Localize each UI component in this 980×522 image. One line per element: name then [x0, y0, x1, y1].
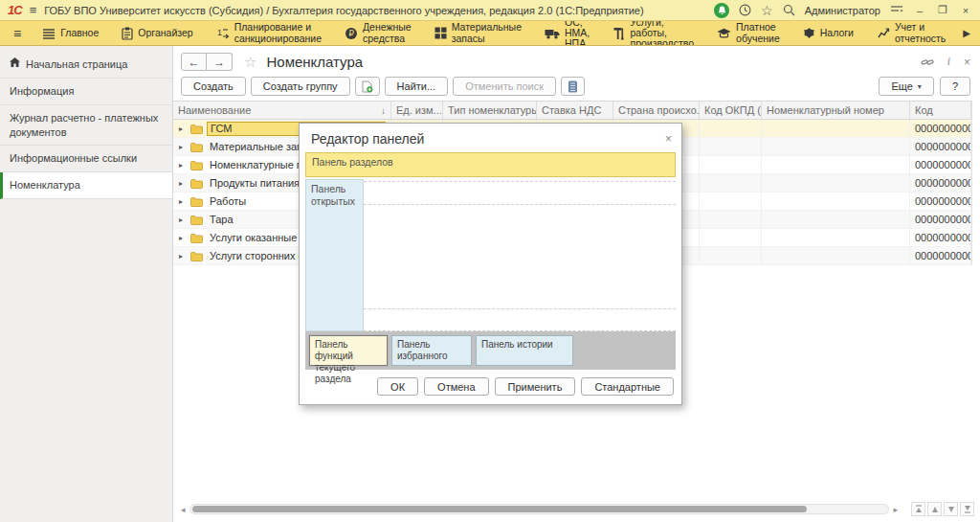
- functions-panel-chip[interactable]: Панель функций текущего раздела: [309, 335, 388, 366]
- history-clock-icon[interactable]: [739, 4, 751, 16]
- service-menu-icon[interactable]: [890, 5, 903, 15]
- section-uchet-otchetnost[interactable]: Учет и отчетность: [867, 21, 955, 44]
- functions-panel: Начальная страница Информация Журнал рас…: [0, 46, 173, 522]
- find-button[interactable]: Найти...: [385, 77, 449, 96]
- ribbon-scroll-right-icon[interactable]: ▶: [959, 28, 974, 38]
- horizontal-scrollbar-thumb[interactable]: [192, 506, 807, 512]
- sidebar-item-nomenklatura[interactable]: Номенклатура: [0, 172, 172, 199]
- chevron-down-icon: ▾: [918, 82, 922, 91]
- column-header-tip[interactable]: Тип номенклатуры: [443, 102, 537, 119]
- main-lines-icon: [42, 28, 56, 39]
- section-platnoe-obuchenie[interactable]: Платное обучение: [707, 21, 790, 44]
- home-icon: [10, 57, 20, 67]
- help-button[interactable]: ?: [940, 77, 970, 96]
- form-info-icon[interactable]: i: [947, 55, 950, 69]
- planning-icon: 1: [216, 27, 230, 40]
- section-os-nma-npa[interactable]: ОС, НМА, НПА: [535, 21, 599, 46]
- more-button[interactable]: Еще ▾: [879, 77, 933, 96]
- section-uslugi-raboty[interactable]: Услуги, работы, производство: [603, 21, 703, 46]
- column-header-kod[interactable]: Код: [910, 102, 971, 119]
- scroll-right-icon[interactable]: ▸: [893, 505, 898, 514]
- scroll-left-icon[interactable]: ◂: [181, 505, 186, 514]
- sidebar-item-zhurnal[interactable]: Журнал расчетно - платежных документов: [0, 105, 172, 147]
- add-favorite-star-icon[interactable]: ☆: [244, 54, 256, 71]
- go-last-row-button[interactable]: [960, 502, 974, 516]
- organizer-clipboard-icon: [122, 27, 133, 40]
- ok-button[interactable]: ОК: [377, 377, 418, 396]
- maximize-button[interactable]: ❐: [936, 4, 949, 16]
- forward-button[interactable]: →: [207, 53, 233, 71]
- expand-arrow-icon[interactable]: ▸: [179, 125, 187, 133]
- column-header-nom-nomer[interactable]: Номенклатурный номер: [762, 102, 910, 119]
- create-group-icon-button[interactable]: [355, 77, 380, 96]
- dialog-title: Редактор панелей: [311, 131, 424, 147]
- sections-panel-slot[interactable]: Панель разделов: [305, 152, 676, 177]
- svg-text:₽: ₽: [348, 29, 354, 38]
- expand-arrow-icon[interactable]: ▸: [179, 252, 187, 261]
- folder-icon: [190, 124, 203, 134]
- folder-icon: [190, 233, 203, 243]
- current-user[interactable]: Администратор: [805, 5, 880, 16]
- sidebar-item-home[interactable]: Начальная страница: [0, 52, 172, 79]
- go-prev-row-button[interactable]: [927, 502, 942, 516]
- app-window: 1С ≡ ГОБУ ВПО Университет искусств (Субс…: [0, 0, 980, 522]
- open-windows-panel-slot[interactable]: Панель открытых: [305, 179, 364, 331]
- section-organizer[interactable]: Органайзер: [112, 26, 202, 41]
- search-icon[interactable]: [783, 4, 795, 16]
- sidebar-item-informacia[interactable]: Информация: [0, 79, 172, 105]
- create-button[interactable]: Создать: [181, 77, 246, 96]
- section-nalogi[interactable]: Налоги: [793, 26, 863, 40]
- column-header-okpd[interactable]: Код ОКПД (...: [700, 102, 762, 119]
- emblem-icon: [803, 27, 815, 39]
- minimize-button[interactable]: –: [913, 5, 926, 16]
- tools-icon: [612, 27, 625, 40]
- unused-panels-bar: Панель функций текущего раздела Панель и…: [305, 331, 676, 370]
- hamburger-menu-icon[interactable]: ≡: [6, 26, 29, 41]
- 1c-logo: 1С: [8, 3, 22, 17]
- panel-drop-area[interactable]: [364, 179, 676, 331]
- favorites-star-icon[interactable]: ☆: [761, 3, 773, 18]
- sections-panel: ≡ Главное Органайзер 1 Планирование и са…: [0, 21, 980, 46]
- folder-icon: [190, 142, 203, 152]
- horizontal-scrollbar[interactable]: [189, 504, 890, 514]
- column-header-ed-izm[interactable]: Ед. изм...: [391, 102, 443, 119]
- expand-arrow-icon[interactable]: ▸: [179, 161, 187, 170]
- folder-icon: [190, 215, 203, 225]
- standard-button[interactable]: Стандартные: [581, 377, 674, 396]
- cancel-search-button[interactable]: Отменить поиск: [453, 77, 556, 96]
- expand-arrow-icon[interactable]: ▸: [179, 234, 187, 242]
- window-titlebar: 1С ≡ ГОБУ ВПО Университет искусств (Субс…: [0, 0, 980, 21]
- print-list-icon-button[interactable]: [561, 77, 585, 96]
- back-button[interactable]: ←: [181, 53, 207, 71]
- expand-arrow-icon[interactable]: ▸: [179, 216, 187, 224]
- column-header-naimenovanie[interactable]: Наименование ↓: [173, 102, 391, 119]
- section-planirovanie[interactable]: 1 Планирование и санкционирование: [207, 21, 331, 44]
- section-denezhnye-sredstva[interactable]: ₽ Денежные средства: [335, 21, 421, 44]
- panel-editor-dialog: Редактор панелей × Панель разделов Панел…: [299, 123, 682, 405]
- expand-arrow-icon[interactable]: ▸: [179, 179, 187, 188]
- folder-icon: [190, 160, 203, 170]
- section-glavnoe[interactable]: Главное: [33, 27, 108, 40]
- report-icon: [877, 27, 890, 39]
- column-header-strana[interactable]: Страна происхо...: [613, 102, 700, 119]
- sidebar-item-info-ssylki[interactable]: Информационные ссылки: [0, 146, 172, 172]
- expand-arrow-icon[interactable]: ▸: [179, 197, 187, 206]
- go-first-row-button[interactable]: [911, 502, 925, 516]
- create-group-button[interactable]: Создать группу: [251, 77, 350, 96]
- close-window-button[interactable]: ×: [959, 5, 972, 16]
- column-header-nds[interactable]: Ставка НДС: [537, 102, 613, 119]
- close-form-icon[interactable]: ×: [964, 56, 970, 69]
- drop-slot-line: [364, 308, 676, 309]
- get-link-icon[interactable]: [921, 57, 934, 68]
- favorites-panel-chip[interactable]: Панель избранного: [391, 335, 472, 366]
- go-next-row-button[interactable]: [944, 502, 958, 516]
- expand-arrow-icon[interactable]: ▸: [179, 143, 187, 151]
- history-panel-chip[interactable]: Панель истории: [476, 335, 573, 366]
- section-materialnye-zapasy[interactable]: Материальные запасы: [425, 21, 531, 44]
- window-title: ГОБУ ВПО Университет искусств (Субсидия)…: [44, 5, 643, 16]
- main-menu-icon[interactable]: ≡: [30, 3, 37, 17]
- cancel-button[interactable]: Отмена: [424, 377, 488, 396]
- apply-button[interactable]: Применить: [495, 377, 576, 396]
- dialog-close-icon[interactable]: ×: [665, 132, 672, 146]
- notifications-bell-icon[interactable]: [714, 3, 729, 18]
